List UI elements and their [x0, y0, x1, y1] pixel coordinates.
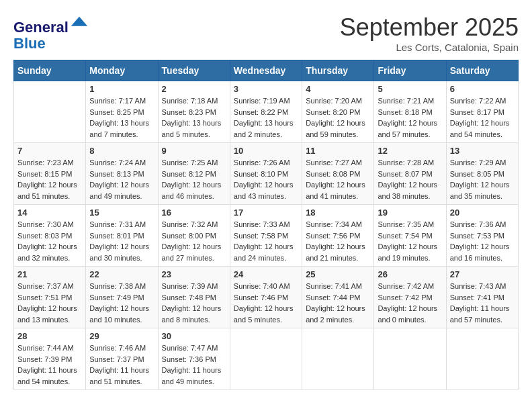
day-info: Sunrise: 7:19 AMSunset: 8:22 PMDaylight:… — [234, 95, 298, 140]
calendar-cell: 30Sunrise: 7:47 AMSunset: 7:36 PMDayligh… — [158, 328, 230, 390]
calendar-cell: 3Sunrise: 7:19 AMSunset: 8:22 PMDaylight… — [230, 81, 302, 143]
weekday-header-thursday: Thursday — [302, 60, 374, 81]
weekday-header-monday: Monday — [86, 60, 158, 81]
day-info: Sunrise: 7:39 AMSunset: 7:48 PMDaylight:… — [162, 281, 226, 325]
weekday-header-sunday: Sunday — [14, 60, 86, 81]
calendar-cell: 21Sunrise: 7:37 AMSunset: 7:51 PMDayligh… — [14, 267, 86, 328]
day-number: 8 — [89, 146, 154, 156]
calendar-cell: 2Sunrise: 7:18 AMSunset: 8:23 PMDaylight… — [158, 81, 230, 143]
calendar-cell: 13Sunrise: 7:29 AMSunset: 8:05 PMDayligh… — [446, 143, 518, 205]
day-number: 27 — [450, 269, 515, 279]
day-info: Sunrise: 7:47 AMSunset: 7:36 PMDaylight:… — [162, 342, 226, 387]
calendar-cell: 17Sunrise: 7:33 AMSunset: 7:58 PMDayligh… — [230, 205, 302, 267]
day-number: 29 — [89, 331, 154, 341]
day-number: 3 — [234, 84, 298, 94]
day-number: 18 — [306, 208, 370, 218]
day-info: Sunrise: 7:23 AMSunset: 8:15 PMDaylight:… — [17, 157, 82, 201]
calendar-cell: 24Sunrise: 7:40 AMSunset: 7:46 PMDayligh… — [230, 267, 302, 328]
calendar-cell: 7Sunrise: 7:23 AMSunset: 8:15 PMDaylight… — [14, 143, 86, 205]
calendar-cell: 27Sunrise: 7:43 AMSunset: 7:41 PMDayligh… — [446, 267, 518, 328]
week-row-0: 1Sunrise: 7:17 AMSunset: 8:25 PMDaylight… — [14, 81, 519, 143]
day-info: Sunrise: 7:42 AMSunset: 7:42 PMDaylight:… — [378, 281, 442, 325]
day-info: Sunrise: 7:28 AMSunset: 8:07 PMDaylight:… — [378, 157, 442, 201]
day-number: 24 — [234, 269, 298, 279]
day-number: 6 — [450, 84, 515, 94]
day-info: Sunrise: 7:22 AMSunset: 8:17 PMDaylight:… — [450, 95, 515, 140]
weekday-header-row: SundayMondayTuesdayWednesdayThursdayFrid… — [14, 60, 519, 81]
calendar-cell — [374, 328, 446, 390]
calendar-cell — [230, 328, 302, 390]
day-info: Sunrise: 7:44 AMSunset: 7:39 PMDaylight:… — [17, 342, 82, 387]
day-info: Sunrise: 7:46 AMSunset: 7:37 PMDaylight:… — [89, 342, 154, 387]
calendar-cell: 12Sunrise: 7:28 AMSunset: 8:07 PMDayligh… — [374, 143, 446, 205]
week-row-4: 28Sunrise: 7:44 AMSunset: 7:39 PMDayligh… — [14, 328, 519, 390]
day-info: Sunrise: 7:35 AMSunset: 7:54 PMDaylight:… — [378, 219, 442, 263]
week-row-2: 14Sunrise: 7:30 AMSunset: 8:03 PMDayligh… — [14, 205, 519, 267]
day-info: Sunrise: 7:37 AMSunset: 7:51 PMDaylight:… — [17, 281, 82, 325]
day-info: Sunrise: 7:43 AMSunset: 7:41 PMDaylight:… — [450, 281, 515, 325]
weekday-header-saturday: Saturday — [446, 60, 518, 81]
day-number: 12 — [378, 146, 442, 156]
calendar-cell: 11Sunrise: 7:27 AMSunset: 8:08 PMDayligh… — [302, 143, 374, 205]
day-info: Sunrise: 7:25 AMSunset: 8:12 PMDaylight:… — [162, 157, 226, 201]
day-number: 20 — [450, 208, 515, 218]
day-number: 22 — [89, 269, 154, 279]
logo-general: General — [13, 19, 69, 36]
logo-icon — [70, 13, 89, 32]
calendar-cell: 15Sunrise: 7:31 AMSunset: 8:01 PMDayligh… — [86, 205, 158, 267]
day-info: Sunrise: 7:34 AMSunset: 7:56 PMDaylight:… — [306, 219, 370, 263]
day-info: Sunrise: 7:21 AMSunset: 8:18 PMDaylight:… — [378, 95, 442, 140]
day-info: Sunrise: 7:32 AMSunset: 8:00 PMDaylight:… — [162, 219, 226, 263]
calendar-cell: 4Sunrise: 7:20 AMSunset: 8:20 PMDaylight… — [302, 81, 374, 143]
day-info: Sunrise: 7:33 AMSunset: 7:58 PMDaylight:… — [234, 219, 298, 263]
day-number: 28 — [17, 331, 82, 341]
day-number: 25 — [306, 269, 370, 279]
day-number: 5 — [378, 84, 442, 94]
day-number: 17 — [234, 208, 298, 218]
logo-blue: Blue — [13, 35, 46, 52]
day-number: 16 — [162, 208, 226, 218]
calendar-cell: 29Sunrise: 7:46 AMSunset: 7:37 PMDayligh… — [86, 328, 158, 390]
day-number: 21 — [17, 269, 82, 279]
day-number: 4 — [306, 84, 370, 94]
day-number: 26 — [378, 269, 442, 279]
location-subtitle: Les Corts, Catalonia, Spain — [340, 42, 519, 53]
calendar-cell — [14, 81, 86, 143]
logo: General Blue — [13, 13, 89, 52]
day-info: Sunrise: 7:29 AMSunset: 8:05 PMDaylight:… — [450, 157, 515, 201]
calendar-cell: 1Sunrise: 7:17 AMSunset: 8:25 PMDaylight… — [86, 81, 158, 143]
calendar-cell: 28Sunrise: 7:44 AMSunset: 7:39 PMDayligh… — [14, 328, 86, 390]
day-info: Sunrise: 7:26 AMSunset: 8:10 PMDaylight:… — [234, 157, 298, 201]
page-header: General Blue September 2025 Les Corts, C… — [13, 13, 519, 53]
week-row-3: 21Sunrise: 7:37 AMSunset: 7:51 PMDayligh… — [14, 267, 519, 328]
day-info: Sunrise: 7:36 AMSunset: 7:53 PMDaylight:… — [450, 219, 515, 263]
day-info: Sunrise: 7:18 AMSunset: 8:23 PMDaylight:… — [162, 95, 226, 140]
weekday-header-tuesday: Tuesday — [158, 60, 230, 81]
calendar-cell: 19Sunrise: 7:35 AMSunset: 7:54 PMDayligh… — [374, 205, 446, 267]
day-number: 11 — [306, 146, 370, 156]
day-number: 1 — [89, 84, 154, 94]
day-number: 9 — [162, 146, 226, 156]
day-number: 14 — [17, 208, 82, 218]
day-number: 30 — [162, 331, 226, 341]
day-info: Sunrise: 7:31 AMSunset: 8:01 PMDaylight:… — [89, 219, 154, 263]
calendar-cell: 10Sunrise: 7:26 AMSunset: 8:10 PMDayligh… — [230, 143, 302, 205]
day-info: Sunrise: 7:41 AMSunset: 7:44 PMDaylight:… — [306, 281, 370, 325]
day-number: 13 — [450, 146, 515, 156]
calendar-cell: 16Sunrise: 7:32 AMSunset: 8:00 PMDayligh… — [158, 205, 230, 267]
day-info: Sunrise: 7:20 AMSunset: 8:20 PMDaylight:… — [306, 95, 370, 140]
calendar-cell: 22Sunrise: 7:38 AMSunset: 7:49 PMDayligh… — [86, 267, 158, 328]
calendar-cell: 23Sunrise: 7:39 AMSunset: 7:48 PMDayligh… — [158, 267, 230, 328]
calendar-cell: 9Sunrise: 7:25 AMSunset: 8:12 PMDaylight… — [158, 143, 230, 205]
calendar-cell: 6Sunrise: 7:22 AMSunset: 8:17 PMDaylight… — [446, 81, 518, 143]
day-info: Sunrise: 7:30 AMSunset: 8:03 PMDaylight:… — [17, 219, 82, 263]
calendar-cell: 8Sunrise: 7:24 AMSunset: 8:13 PMDaylight… — [86, 143, 158, 205]
title-area: September 2025 Les Corts, Catalonia, Spa… — [340, 13, 519, 53]
day-info: Sunrise: 7:40 AMSunset: 7:46 PMDaylight:… — [234, 281, 298, 325]
day-number: 23 — [162, 269, 226, 279]
day-info: Sunrise: 7:24 AMSunset: 8:13 PMDaylight:… — [89, 157, 154, 201]
day-number: 10 — [234, 146, 298, 156]
svg-marker-0 — [71, 17, 87, 26]
weekday-header-wednesday: Wednesday — [230, 60, 302, 81]
month-title: September 2025 — [340, 13, 519, 42]
